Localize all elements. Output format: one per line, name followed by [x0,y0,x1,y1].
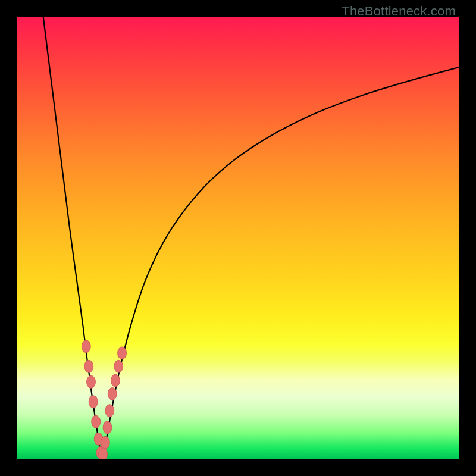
data-marker [84,360,93,372]
data-marker [114,360,123,372]
data-marker [108,387,117,400]
data-marker [118,347,127,359]
marker-group [82,340,126,459]
data-marker [82,340,90,353]
data-marker [105,405,114,417]
data-marker [103,421,112,434]
curve-right-branch [102,67,459,456]
watermark-text: TheBottleneck.com [342,4,456,19]
data-marker [86,375,95,388]
plot-area [17,17,459,459]
data-marker [99,448,108,459]
data-marker [92,415,101,428]
curve-left-branch [43,17,102,456]
chart-frame: TheBottleneck.com [0,0,476,476]
data-marker [101,436,109,449]
data-marker [89,396,98,408]
curve-layer [17,17,459,459]
data-marker [111,374,120,387]
